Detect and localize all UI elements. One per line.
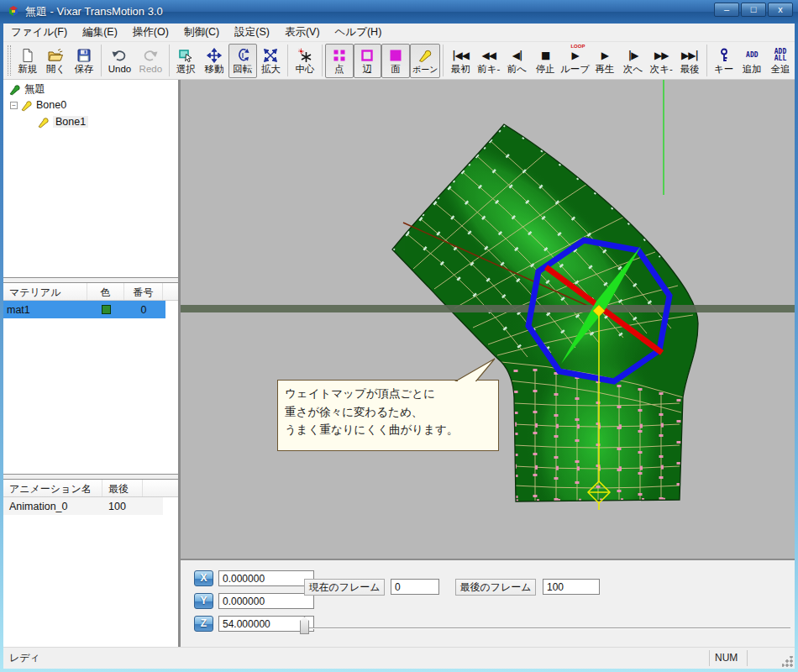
z-axis-button[interactable]: Z bbox=[194, 616, 213, 632]
prev-frame-button[interactable]: ◀| 前へ bbox=[503, 44, 532, 78]
add-key-button[interactable]: ADD 追加 bbox=[738, 44, 766, 78]
save-floppy-icon bbox=[76, 47, 92, 64]
ground-band bbox=[181, 305, 795, 312]
y-axis-button[interactable]: Y bbox=[194, 593, 213, 609]
column-header[interactable]: 番号 bbox=[124, 283, 163, 300]
menu-control[interactable]: 制御(C) bbox=[176, 23, 227, 42]
prev-key-button[interactable]: ◀◀ 前キ- bbox=[475, 44, 503, 78]
undo-button[interactable]: Undo bbox=[104, 44, 135, 78]
animation-last-frame: 100 bbox=[102, 501, 143, 512]
column-header[interactable]: 色 bbox=[87, 283, 124, 300]
stop-icon: ■ bbox=[541, 50, 549, 61]
menu-edit[interactable]: 編集(E) bbox=[75, 23, 125, 42]
app-window: 無題 - Vixar TransMotion 3.0 – □ x ファイル(F)… bbox=[0, 0, 798, 672]
last-frame-input[interactable] bbox=[543, 579, 600, 595]
toolbar-separator bbox=[443, 45, 444, 76]
viewport-canvas[interactable] bbox=[181, 80, 795, 559]
status-text: レディ bbox=[9, 651, 40, 665]
menu-operation[interactable]: 操作(O) bbox=[125, 23, 176, 42]
play-button[interactable]: ▶ 再生 bbox=[591, 44, 619, 78]
tree-item-bone1[interactable]: Bone1 bbox=[3, 113, 178, 130]
animation-row[interactable]: Animation_0 100 bbox=[3, 497, 163, 515]
tree-item-bone0[interactable]: − Bone0 bbox=[3, 97, 178, 113]
new-button[interactable]: 新規 bbox=[13, 44, 42, 78]
step-back-icon: ◀| bbox=[512, 50, 522, 61]
last-frame-label[interactable]: 最後のフレーム bbox=[455, 579, 536, 596]
column-header-empty bbox=[143, 480, 178, 496]
current-frame-input[interactable] bbox=[391, 579, 439, 595]
vertex-mode-button[interactable]: 点 bbox=[325, 44, 354, 78]
toolbar: 新規 開く 保存 Undo bbox=[3, 42, 795, 80]
column-header-empty bbox=[163, 283, 178, 300]
z-value-input[interactable] bbox=[218, 616, 314, 632]
stop-button[interactable]: ■ 停止 bbox=[531, 44, 559, 78]
toolbar-separator bbox=[169, 45, 170, 76]
titlebar[interactable]: 無題 - Vixar TransMotion 3.0 – □ x bbox=[0, 0, 798, 24]
toolbar-grip[interactable] bbox=[8, 45, 11, 76]
menu-settings[interactable]: 設定(S) bbox=[227, 23, 277, 42]
add-all-keys-button[interactable]: ADD ALL 全追 bbox=[766, 44, 795, 78]
zoom-button[interactable]: 拡大 bbox=[257, 44, 286, 78]
redo-icon bbox=[142, 47, 159, 64]
face-square-icon bbox=[389, 47, 402, 64]
bone-tree-panel: 無題 − Bone0 Bone1 bbox=[3, 80, 178, 278]
menu-view[interactable]: 表示(V) bbox=[277, 23, 328, 42]
toolbar-separator bbox=[322, 45, 323, 76]
sidebar: 無題 − Bone0 Bone1 マテリアル 色 番号 bbox=[3, 80, 181, 647]
edge-mode-button[interactable]: 辺 bbox=[354, 44, 382, 78]
tree-item-label: 無題 bbox=[24, 82, 45, 97]
next-key-button[interactable]: ▶▶ 次キ- bbox=[647, 44, 675, 78]
expand-arrows-icon bbox=[263, 47, 278, 64]
open-button[interactable]: 開く bbox=[42, 44, 71, 78]
loop-play-button[interactable]: LOOP▶ ループ bbox=[559, 44, 591, 78]
tooltip-line: ウェイトマップが頂点ごとに bbox=[285, 385, 491, 403]
animation-name: Animation_0 bbox=[3, 501, 102, 512]
tooltip-line: うまく重なりにくく曲がります。 bbox=[285, 421, 491, 439]
face-mode-button[interactable]: 面 bbox=[381, 44, 410, 78]
x-axis-button[interactable]: X bbox=[194, 570, 213, 586]
bone-mode-button[interactable]: ボーン bbox=[410, 44, 440, 78]
y-value-input[interactable] bbox=[218, 593, 314, 609]
menu-help[interactable]: ヘルプ(H) bbox=[328, 23, 390, 42]
column-header[interactable]: アニメーション名 bbox=[3, 480, 102, 496]
tree-expander[interactable]: − bbox=[10, 102, 18, 109]
num-lock-indicator: NUM bbox=[709, 650, 748, 666]
material-row[interactable]: mat1 0 bbox=[3, 301, 165, 318]
tooltip-line: 重さが徐々に変わるため、 bbox=[285, 403, 491, 422]
viewport-3d[interactable]: ウェイトマップが頂点ごとに 重さが徐々に変わるため、 うまく重なりにくく曲がりま… bbox=[181, 80, 795, 559]
rewind-icon: ◀◀ bbox=[482, 50, 496, 61]
center-button[interactable]: 中心 bbox=[291, 44, 319, 78]
key-button[interactable]: キー bbox=[710, 44, 738, 78]
close-button[interactable]: x bbox=[768, 3, 793, 17]
menu-file[interactable]: ファイル(F) bbox=[3, 23, 75, 42]
select-button[interactable]: 選択 bbox=[171, 44, 200, 78]
move-button[interactable]: 移動 bbox=[200, 44, 228, 78]
bone-yellow-icon bbox=[20, 99, 33, 112]
minimize-button[interactable]: – bbox=[714, 3, 739, 17]
rotate-icon bbox=[235, 47, 250, 64]
points-icon bbox=[333, 47, 346, 64]
timeline-slider-track[interactable] bbox=[300, 627, 790, 629]
column-header[interactable]: 最後 bbox=[102, 480, 143, 496]
redo-button[interactable]: Redo bbox=[135, 44, 165, 78]
material-color-swatch bbox=[102, 305, 111, 314]
material-headers: マテリアル 色 番号 bbox=[3, 283, 178, 301]
resize-grip[interactable] bbox=[782, 656, 793, 667]
save-button[interactable]: 保存 bbox=[70, 44, 98, 78]
material-panel: マテリアル 色 番号 mat1 0 bbox=[3, 282, 178, 475]
tree-item-root[interactable]: 無題 bbox=[3, 80, 178, 97]
window-title: 無題 - Vixar TransMotion 3.0 bbox=[25, 4, 163, 19]
maximize-button[interactable]: □ bbox=[741, 3, 766, 17]
next-frame-button[interactable]: |▶ 次へ bbox=[619, 44, 648, 78]
column-header[interactable]: マテリアル bbox=[3, 283, 87, 300]
toolbar-separator bbox=[706, 45, 707, 76]
x-value-input[interactable] bbox=[218, 570, 314, 586]
center-star-icon bbox=[297, 47, 312, 64]
go-last-button[interactable]: ▶▶| 最後 bbox=[675, 44, 704, 78]
material-color-cell bbox=[87, 305, 124, 314]
current-frame-label[interactable]: 現在のフレーム bbox=[304, 579, 385, 596]
rotate-button[interactable]: 回転 bbox=[228, 44, 257, 78]
material-number: 0 bbox=[124, 304, 163, 316]
bone-green-icon bbox=[8, 83, 21, 96]
go-first-button[interactable]: |◀◀ 最初 bbox=[446, 44, 475, 78]
